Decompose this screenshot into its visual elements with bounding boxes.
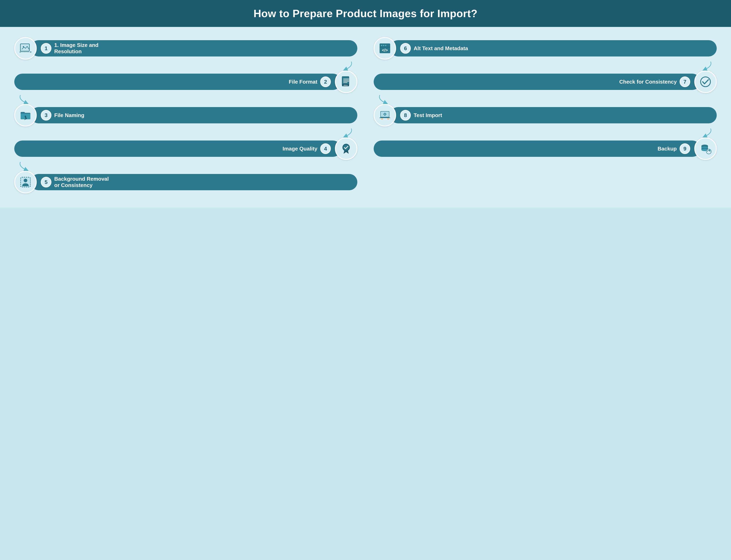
step-4-icon-circle [335, 137, 357, 160]
step-2-bar: File Format 2 [14, 74, 341, 90]
svg-rect-31 [383, 114, 384, 114]
step-6-bar: 6 Alt Text and Metadata [390, 40, 717, 56]
svg-point-19 [381, 45, 382, 46]
svg-point-17 [24, 179, 27, 182]
svg-rect-29 [385, 113, 385, 113]
svg-text:JPEG: JPEG [343, 84, 348, 86]
step-7-icon-circle [694, 71, 717, 93]
step-7-number: 7 [680, 76, 690, 87]
step-8-icon-circle [374, 104, 396, 126]
step-3-icon-circle [14, 104, 37, 126]
step-9-bar: Backup 9 [374, 141, 700, 157]
step-1-icon-circle [14, 37, 37, 60]
steps-grid: 1 1. Image Size andResolution File Forma… [14, 37, 717, 195]
step-1-row: 1 1. Image Size andResolution [14, 37, 357, 60]
step-3-label: File Naming [54, 112, 349, 118]
page-title: How to Prepare Product Images for Import… [12, 7, 719, 20]
step-9-label: Backup [382, 146, 677, 152]
step-8-bar: 8 Test Import [390, 107, 717, 123]
step-5-bar: 5 Background Removalor Consistency [31, 174, 357, 190]
arrow-2-3 [14, 95, 357, 104]
step-1-number: 1 [41, 43, 51, 54]
step-1-bar: 1 1. Image Size andResolution [31, 40, 357, 56]
step-4-row: Image Quality 4 [14, 137, 357, 160]
svg-rect-1 [21, 44, 29, 51]
step-5-label: Background Removalor Consistency [54, 176, 349, 188]
step-6-label: Alt Text and Metadata [414, 45, 708, 52]
step-7-row: Check for Consistency 7 [374, 71, 717, 93]
step-8-number: 8 [400, 110, 411, 121]
arrow-3-4 [14, 128, 357, 137]
svg-point-24 [701, 77, 710, 87]
step-4-label: Image Quality [23, 146, 317, 152]
step-7-label: Check for Consistency [382, 79, 677, 85]
svg-point-28 [384, 114, 385, 115]
arrow-1-2 [14, 62, 357, 71]
step-2-row: File Format 2 JPEG [14, 71, 357, 93]
svg-point-2 [23, 46, 24, 47]
step-4-bar: Image Quality 4 [14, 141, 341, 157]
arrow-8-9 [374, 128, 717, 137]
step-2-number: 2 [320, 76, 331, 87]
step-8-label: Test Import [414, 112, 708, 118]
step-5-number: 5 [41, 177, 51, 187]
step-4-number: 4 [320, 143, 331, 154]
svg-point-20 [383, 45, 384, 46]
main-content: 1 1. Image Size andResolution File Forma… [0, 27, 731, 208]
right-column: </> 6 Alt Text and Metadata Check for C [374, 37, 717, 195]
step-7-bar: Check for Consistency 7 [374, 74, 700, 90]
step-3-number: 3 [41, 110, 51, 121]
step-8-row: 8 Test Import [374, 104, 717, 126]
step-2-icon-circle: JPEG [335, 71, 357, 93]
left-column: 1 1. Image Size andResolution File Forma… [14, 37, 357, 195]
svg-rect-32 [386, 114, 387, 114]
step-6-icon-circle: </> [374, 37, 396, 60]
arrow-4-5 [14, 162, 357, 171]
svg-text:</>: </> [382, 48, 388, 52]
step-1-label: 1. Image Size andResolution [54, 42, 349, 55]
arrow-7-8 [374, 95, 717, 104]
step-5-row: 5 Background Removalor Consistency [14, 171, 357, 193]
page-header: How to Prepare Product Images for Import… [0, 0, 731, 27]
step-9-icon-circle [694, 137, 717, 160]
step-5-icon-circle [14, 171, 37, 193]
svg-point-38 [706, 149, 711, 154]
step-9-number: 9 [680, 143, 690, 154]
svg-point-21 [385, 45, 386, 46]
arrow-6-7 [374, 62, 717, 71]
step-3-bar: 3 File Naming [31, 107, 357, 123]
step-3-row: 3 File Naming [14, 104, 357, 126]
step-9-row: Backup 9 [374, 137, 717, 160]
step-2-label: File Format [23, 79, 317, 85]
svg-rect-30 [385, 115, 385, 116]
step-6-number: 6 [400, 43, 411, 54]
step-6-row: </> 6 Alt Text and Metadata [374, 37, 717, 60]
